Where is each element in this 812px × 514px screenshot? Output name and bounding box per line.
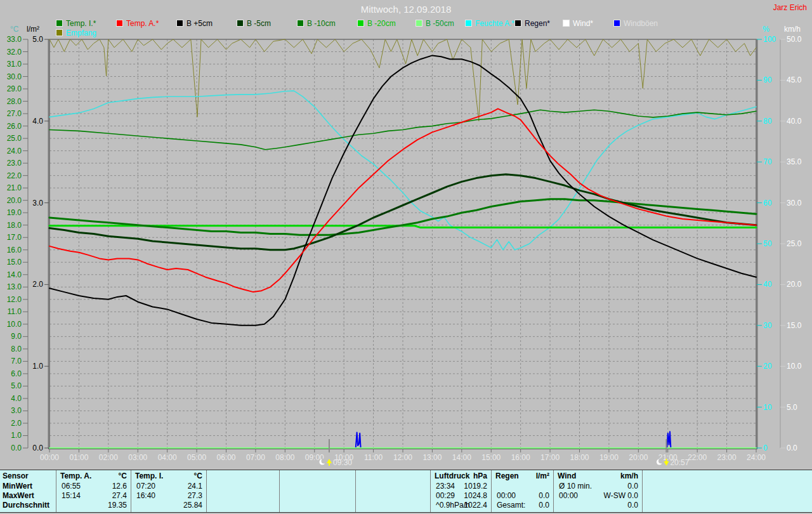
svg-text:27.0: 27.0 [7, 109, 22, 118]
table-section-column: Regenl/m²00:000.0Gesamt:0.0 [491, 470, 553, 512]
table-cell-time: 00:29 [436, 491, 455, 501]
svg-text:20:00: 20:00 [629, 453, 648, 462]
svg-text:6.0: 6.0 [11, 369, 22, 378]
svg-text:5.0: 5.0 [32, 35, 43, 44]
svg-text:5.0: 5.0 [11, 381, 22, 390]
svg-text:16:00: 16:00 [511, 453, 530, 462]
svg-text:5.0: 5.0 [787, 403, 797, 412]
svg-text:35.0: 35.0 [787, 157, 802, 166]
svg-text:0.0: 0.0 [32, 444, 43, 452]
table-cell-time: 23:34 [436, 482, 455, 491]
table-cell-time: 15:14 [62, 491, 81, 501]
svg-text:3.0: 3.0 [11, 406, 22, 415]
axis-wind-right: 0.05.010.015.020.025.030.035.040.045.050… [780, 35, 802, 452]
svg-text:14.0: 14.0 [7, 270, 22, 279]
svg-text:40.0: 40.0 [787, 117, 802, 126]
moonrise-time: 09:30 [333, 458, 352, 467]
table-header-unit: l/m² [536, 471, 549, 481]
svg-text:10: 10 [763, 403, 772, 412]
svg-text:100: 100 [763, 35, 776, 44]
svg-text:14:00: 14:00 [452, 453, 471, 462]
svg-text:05:00: 05:00 [187, 453, 206, 462]
table-section-column [206, 470, 279, 512]
svg-text:19:00: 19:00 [599, 453, 619, 462]
moonrise-icon [319, 459, 331, 466]
table-section-column [355, 470, 430, 512]
svg-text:0.0: 0.0 [11, 444, 22, 452]
unit-temp: °C [10, 25, 19, 34]
svg-text:0.0: 0.0 [787, 444, 797, 452]
svg-text:26.0: 26.0 [7, 122, 22, 131]
svg-text:20.0: 20.0 [787, 280, 802, 289]
svg-text:80: 80 [763, 117, 772, 126]
svg-text:10.0: 10.0 [7, 320, 22, 329]
svg-text:12.0: 12.0 [7, 295, 22, 304]
table-cell-value: 1022.4 [464, 501, 487, 510]
svg-text:7.0: 7.0 [11, 357, 22, 366]
table-cell-value: 0.0 [627, 482, 638, 491]
svg-text:23:00: 23:00 [717, 453, 737, 462]
weather-app-window: Mittwoch, 12.09.2018 Jarz Erich Temp. I.… [0, 0, 812, 514]
table-header-unit: °C [119, 471, 127, 481]
grid [49, 39, 756, 448]
svg-text:4.0: 4.0 [11, 394, 22, 403]
table-header: Luftdruck [435, 471, 469, 481]
svg-text:60: 60 [763, 199, 772, 208]
table-cell-time: 00:00 [559, 491, 578, 501]
svg-text:33.0: 33.0 [7, 35, 22, 44]
svg-text:1.0: 1.0 [11, 431, 22, 440]
unit-wind: km/h [784, 25, 801, 34]
svg-text:30: 30 [763, 321, 772, 330]
table-row-label: Durchschnitt [3, 501, 49, 510]
svg-text:32.0: 32.0 [7, 48, 22, 56]
svg-text:30.0: 30.0 [787, 199, 802, 208]
svg-text:2.0: 2.0 [11, 419, 22, 428]
svg-text:08:00: 08:00 [275, 453, 294, 462]
svg-text:20: 20 [763, 362, 772, 371]
table-cell-value: 0.0 [539, 501, 549, 510]
table-row-label: MinWert [3, 482, 32, 491]
svg-text:9.0: 9.0 [11, 332, 22, 341]
svg-text:19.0: 19.0 [7, 208, 22, 217]
svg-text:17.0: 17.0 [7, 233, 22, 242]
table-cell-time: 16:40 [136, 491, 155, 501]
svg-text:15.0: 15.0 [7, 258, 22, 267]
svg-text:29.0: 29.0 [7, 84, 22, 93]
svg-text:21.0: 21.0 [7, 183, 22, 192]
svg-text:40: 40 [763, 280, 772, 289]
table-cell-time: Gesamt: [497, 501, 525, 510]
svg-text:28.0: 28.0 [7, 97, 22, 106]
table-header: Temp. I. [135, 471, 163, 481]
table-row-label: MaxWert [3, 491, 34, 501]
axis-temp-left: 0.01.02.03.04.05.06.07.08.09.010.011.012… [7, 35, 28, 452]
svg-text:15:00: 15:00 [481, 453, 501, 462]
table-section-column: Windkm/hØ 10 min.0.000:00W-SW 0.00.0 [553, 470, 642, 512]
table-header: Wind [558, 471, 576, 481]
svg-text:70: 70 [763, 157, 772, 166]
svg-text:4.0: 4.0 [32, 117, 43, 126]
svg-text:15.0: 15.0 [787, 321, 802, 330]
svg-text:13:00: 13:00 [422, 453, 442, 462]
svg-text:30.0: 30.0 [7, 72, 22, 81]
table-cell-value: 0.0 [627, 501, 638, 510]
table-header: Regen [495, 471, 519, 481]
table-row-labels-column: SensorMinWertMaxWertDurchschnitt [0, 470, 56, 512]
svg-text:50.0: 50.0 [787, 35, 802, 44]
svg-text:22.0: 22.0 [7, 171, 22, 180]
svg-text:13.0: 13.0 [7, 282, 22, 291]
axis-rain-left: 0.01.02.03.04.05.0 [32, 35, 49, 452]
table-cell-value: 27.3 [188, 491, 202, 501]
table-cell-value: W-SW 0.0 [604, 491, 638, 501]
svg-text:04:00: 04:00 [158, 453, 177, 462]
svg-text:06:00: 06:00 [216, 453, 235, 462]
table-cell-value: 25.84 [183, 501, 202, 510]
unit-rain: l/m² [27, 25, 39, 34]
svg-text:07:00: 07:00 [246, 453, 265, 462]
table-section-column [642, 470, 812, 512]
svg-text:90: 90 [763, 76, 772, 84]
table-header-unit: km/h [620, 471, 638, 481]
table-cell-value: 12.6 [112, 482, 127, 491]
table-cell-time: 06:55 [62, 482, 81, 491]
svg-text:31.0: 31.0 [7, 60, 22, 69]
table-header: Temp. A. [60, 471, 91, 481]
